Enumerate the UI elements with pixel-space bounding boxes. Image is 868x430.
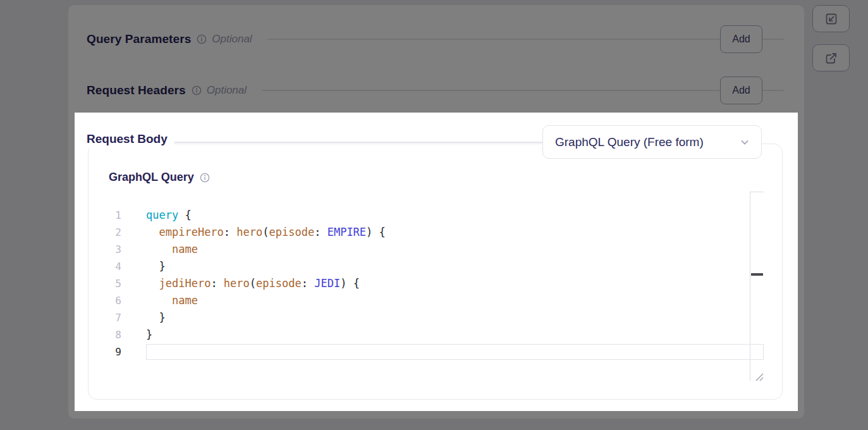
graphql-query-header: GraphQL Query <box>109 171 210 184</box>
query-parameters-section: Query Parameters Optional Add <box>68 25 804 53</box>
code-line-content[interactable]: name <box>146 292 764 309</box>
info-icon[interactable] <box>200 173 210 183</box>
code-line-content[interactable]: } <box>146 326 764 343</box>
request-body-title: Request Body <box>83 130 174 149</box>
page: Query Parameters Optional Add Request He… <box>0 0 868 430</box>
line-number: 8 <box>106 326 121 343</box>
request-body-modal: GraphQL Query 1query {2 empireHero: hero… <box>75 113 798 411</box>
editor-border-stub <box>750 192 764 192</box>
chevron-down-icon <box>738 136 751 149</box>
line-number: 4 <box>106 258 121 275</box>
code-line-9[interactable]: 9 <box>106 343 764 360</box>
resize-handle-icon[interactable] <box>755 371 764 380</box>
divider-stub <box>762 39 784 40</box>
graphql-query-label: GraphQL Query <box>109 171 194 184</box>
open-external-icon <box>824 51 839 66</box>
scrollbar-marker[interactable] <box>751 273 763 276</box>
code-line-7[interactable]: 7 } <box>106 309 764 326</box>
code-line-content[interactable]: name <box>146 241 764 258</box>
code-line-5[interactable]: 5 jediHero: hero(episode: JEDI) { <box>106 275 764 292</box>
optional-badge: Optional <box>212 33 252 46</box>
request-headers-label: Request Headers <box>87 83 186 97</box>
line-number: 9 <box>106 343 121 360</box>
line-number: 6 <box>106 292 121 309</box>
body-type-selected-value: GraphQL Query (Free form) <box>555 135 738 149</box>
code-line-content[interactable]: } <box>146 309 764 326</box>
add-request-header-button[interactable]: Add <box>720 77 762 104</box>
request-body-divider <box>174 142 542 143</box>
graphql-query-editor[interactable]: 1query {2 empireHero: hero(episode: EMPI… <box>106 192 764 381</box>
code-lines: 1query {2 empireHero: hero(episode: EMPI… <box>106 207 764 360</box>
code-line-8[interactable]: 8} <box>106 326 764 343</box>
code-line-content[interactable]: jediHero: hero(episode: JEDI) { <box>146 275 764 292</box>
code-line-1[interactable]: 1query { <box>106 207 764 224</box>
editor-right-border <box>750 192 750 381</box>
divider <box>267 39 720 40</box>
code-line-2[interactable]: 2 empireHero: hero(episode: EMPIRE) { <box>106 224 764 241</box>
body-type-select[interactable]: GraphQL Query (Free form) <box>542 125 762 159</box>
edit-request-button[interactable] <box>812 5 850 32</box>
code-line-content[interactable]: query { <box>146 207 764 224</box>
add-query-parameter-button[interactable]: Add <box>720 25 762 53</box>
code-line-content[interactable]: } <box>146 258 764 275</box>
code-line-6[interactable]: 6 name <box>106 292 764 309</box>
divider-stub <box>762 90 784 91</box>
line-number: 5 <box>106 275 121 292</box>
code-line-4[interactable]: 4 } <box>106 258 764 275</box>
request-headers-section: Request Headers Optional Add <box>68 77 804 104</box>
graphql-query-card: GraphQL Query 1query {2 empireHero: hero… <box>88 144 783 400</box>
edit-request-icon <box>824 11 839 27</box>
line-number: 7 <box>106 309 121 326</box>
line-number: 3 <box>106 241 121 258</box>
info-icon[interactable] <box>197 34 207 44</box>
open-external-button[interactable] <box>812 44 850 71</box>
line-number: 1 <box>106 207 121 224</box>
divider <box>262 90 720 91</box>
query-parameters-label: Query Parameters <box>87 32 191 46</box>
line-number: 2 <box>106 224 121 241</box>
info-icon[interactable] <box>192 85 202 95</box>
code-line-3[interactable]: 3 name <box>106 241 764 258</box>
optional-badge: Optional <box>207 84 247 97</box>
code-line-content[interactable]: empireHero: hero(episode: EMPIRE) { <box>146 224 764 241</box>
code-line-content[interactable] <box>146 344 764 360</box>
